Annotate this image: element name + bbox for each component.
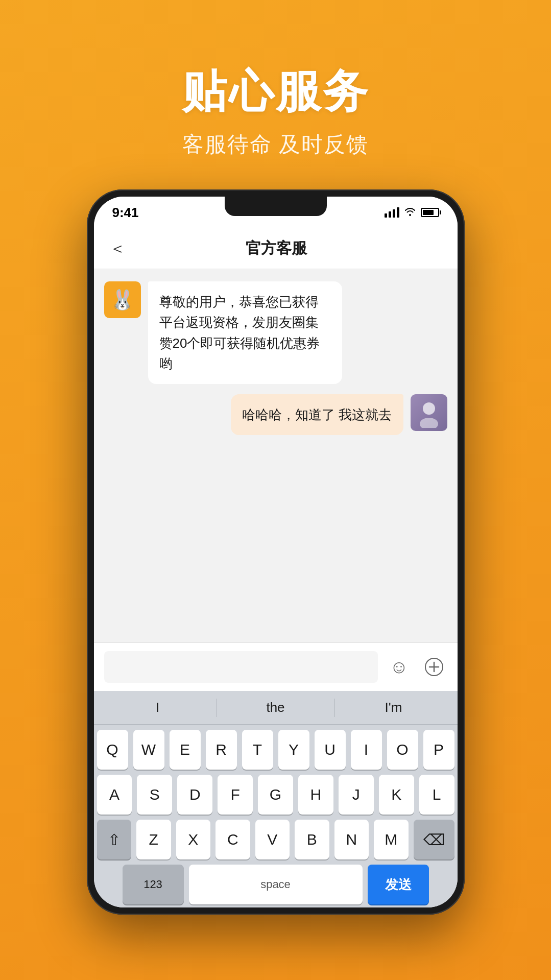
key-u[interactable]: U (315, 730, 346, 770)
key-j[interactable]: J (339, 775, 374, 815)
key-f[interactable]: F (218, 775, 253, 815)
bot-avatar: 🐰 (104, 281, 141, 318)
key-e[interactable]: E (170, 730, 201, 770)
battery-icon (421, 208, 439, 217)
key-row-4: 123 space 发送 (97, 865, 454, 904)
message-row-user: 哈哈哈，知道了 我这就去 (104, 394, 447, 435)
nav-bar: ＜ 官方客服 (94, 228, 458, 269)
key-k[interactable]: K (379, 775, 414, 815)
key-row-3: ⇧ Z X C V B N M ⌫ (97, 820, 454, 859)
key-y[interactable]: Y (278, 730, 309, 770)
key-p[interactable]: P (423, 730, 454, 770)
keyboard-suggestions: I the I'm (94, 691, 458, 725)
key-shift[interactable]: ⇧ (97, 820, 132, 859)
user-avatar (411, 394, 447, 431)
svg-point-1 (420, 418, 438, 428)
key-n[interactable]: N (334, 820, 369, 859)
key-r[interactable]: R (206, 730, 237, 770)
key-send[interactable]: 发送 (368, 865, 429, 904)
message-input[interactable] (104, 651, 378, 683)
add-button[interactable] (421, 654, 447, 680)
hero-title: 贴心服务 (0, 61, 551, 122)
keyboard-rows: Q W E R T Y U I O P A S (94, 725, 458, 907)
hero-section: 贴心服务 客服待命 及时反馈 (0, 0, 551, 189)
back-button[interactable]: ＜ (109, 237, 126, 260)
key-t[interactable]: T (242, 730, 273, 770)
key-row-2: A S D F G H J K L (97, 775, 454, 815)
phone-screen: 9:41 (94, 197, 458, 907)
key-a[interactable]: A (97, 775, 132, 815)
key-123[interactable]: 123 (123, 865, 184, 904)
key-x[interactable]: X (176, 820, 211, 859)
phone-wrapper: 9:41 (0, 189, 551, 915)
wifi-icon (404, 207, 416, 219)
key-s[interactable]: S (137, 775, 172, 815)
key-i[interactable]: I (351, 730, 382, 770)
key-q[interactable]: Q (97, 730, 128, 770)
key-d[interactable]: D (177, 775, 212, 815)
key-v[interactable]: V (255, 820, 290, 859)
nav-title: 官方客服 (136, 238, 417, 259)
user-message-text: 哈哈哈，知道了 我这就去 (242, 407, 392, 422)
emoji-icon: ☺ (390, 656, 409, 678)
bot-message-text: 尊敬的用户，恭喜您已获得平台返现资格，发朋友圈集赞20个即可获得随机优惠券哟 (159, 294, 320, 371)
key-o[interactable]: O (387, 730, 418, 770)
hero-subtitle: 客服待命 及时反馈 (0, 130, 551, 159)
key-m[interactable]: M (374, 820, 409, 859)
bot-bubble: 尊敬的用户，恭喜您已获得平台返现资格，发朋友圈集赞20个即可获得随机优惠券哟 (148, 281, 342, 384)
key-b[interactable]: B (295, 820, 329, 859)
key-g[interactable]: G (258, 775, 293, 815)
status-time: 9:41 (112, 205, 139, 221)
key-backspace[interactable]: ⌫ (414, 820, 454, 859)
signal-icon (385, 207, 399, 218)
user-avatar-image (411, 394, 447, 431)
key-row-1: Q W E R T Y U I O P (97, 730, 454, 770)
keyboard: I the I'm Q W E R T Y U (94, 691, 458, 907)
input-area: ☺ (94, 642, 458, 691)
suggestion-i[interactable]: I (99, 696, 217, 720)
key-l[interactable]: L (419, 775, 454, 815)
status-icons (385, 207, 439, 219)
phone-frame: 9:41 (87, 189, 465, 915)
user-bubble: 哈哈哈，知道了 我这就去 (231, 394, 403, 435)
suggestion-im[interactable]: I'm (335, 696, 452, 720)
key-h[interactable]: H (298, 775, 333, 815)
chat-area: 🐰 尊敬的用户，恭喜您已获得平台返现资格，发朋友圈集赞20个即可获得随机优惠券哟 (94, 269, 458, 642)
svg-point-0 (423, 402, 435, 415)
key-z[interactable]: Z (136, 820, 171, 859)
emoji-button[interactable]: ☺ (386, 654, 413, 680)
suggestion-the[interactable]: the (217, 696, 334, 720)
phone-notch (225, 197, 327, 216)
key-c[interactable]: C (215, 820, 250, 859)
key-w[interactable]: W (133, 730, 164, 770)
message-row-bot: 🐰 尊敬的用户，恭喜您已获得平台返现资格，发朋友圈集赞20个即可获得随机优惠券哟 (104, 281, 447, 384)
key-space[interactable]: space (189, 865, 363, 904)
bot-avatar-icon: 🐰 (110, 289, 134, 311)
